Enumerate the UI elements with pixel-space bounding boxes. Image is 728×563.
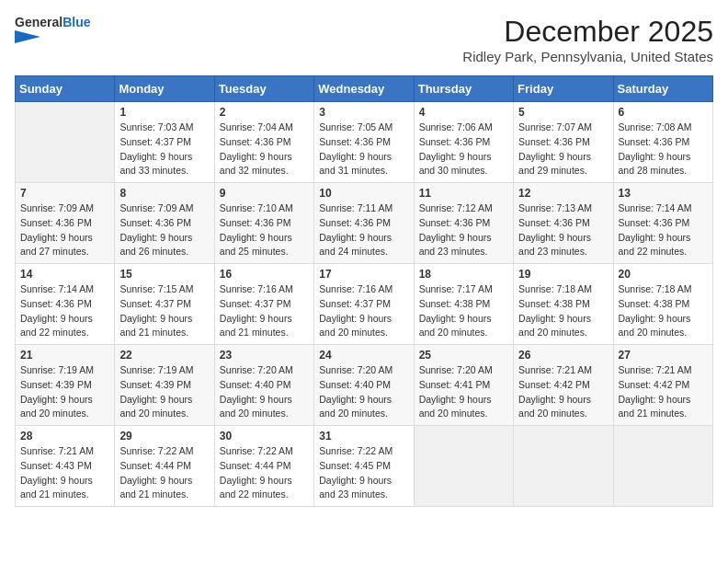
calendar-cell: 9Sunrise: 7:10 AM Sunset: 4:36 PM Daylig… <box>214 183 313 264</box>
day-number: 17 <box>319 268 408 281</box>
calendar-cell: 17Sunrise: 7:16 AM Sunset: 4:37 PM Dayli… <box>314 264 414 345</box>
calendar-table: SundayMondayTuesdayWednesdayThursdayFrid… <box>15 75 713 507</box>
calendar-header-row: SundayMondayTuesdayWednesdayThursdayFrid… <box>16 76 713 102</box>
day-info: Sunrise: 7:09 AM Sunset: 4:36 PM Dayligh… <box>20 201 109 259</box>
day-number: 6 <box>619 106 708 119</box>
day-number: 2 <box>220 106 309 119</box>
day-info: Sunrise: 7:22 AM Sunset: 4:44 PM Dayligh… <box>119 444 209 502</box>
calendar-cell: 18Sunrise: 7:17 AM Sunset: 4:38 PM Dayli… <box>414 264 513 345</box>
day-info: Sunrise: 7:16 AM Sunset: 4:37 PM Dayligh… <box>220 282 309 340</box>
day-info: Sunrise: 7:18 AM Sunset: 4:38 PM Dayligh… <box>518 282 608 340</box>
day-number: 31 <box>319 430 408 442</box>
calendar-cell: 28Sunrise: 7:21 AM Sunset: 4:43 PM Dayli… <box>16 426 115 507</box>
day-info: Sunrise: 7:04 AM Sunset: 4:36 PM Dayligh… <box>220 121 309 178</box>
calendar-cell <box>613 426 712 507</box>
day-info: Sunrise: 7:09 AM Sunset: 4:36 PM Dayligh… <box>119 201 209 259</box>
day-info: Sunrise: 7:08 AM Sunset: 4:36 PM Dayligh… <box>619 121 708 178</box>
day-number: 16 <box>220 268 309 281</box>
calendar-cell: 31Sunrise: 7:22 AM Sunset: 4:45 PM Dayli… <box>314 426 414 507</box>
day-info: Sunrise: 7:17 AM Sunset: 4:38 PM Dayligh… <box>419 282 508 340</box>
logo: GeneralBlue <box>15 15 90 43</box>
calendar-cell: 1Sunrise: 7:03 AM Sunset: 4:37 PM Daylig… <box>115 102 214 183</box>
day-number: 20 <box>619 268 708 281</box>
calendar-cell: 26Sunrise: 7:21 AM Sunset: 4:42 PM Dayli… <box>514 345 613 426</box>
title-section: December 2025 Ridley Park, Pennsylvania,… <box>462 15 713 64</box>
page-header: GeneralBlue December 2025 Ridley Park, P… <box>15 15 713 64</box>
calendar-cell: 11Sunrise: 7:12 AM Sunset: 4:36 PM Dayli… <box>414 183 513 264</box>
day-number: 5 <box>518 106 608 119</box>
day-info: Sunrise: 7:20 AM Sunset: 4:41 PM Dayligh… <box>419 363 508 421</box>
day-info: Sunrise: 7:19 AM Sunset: 4:39 PM Dayligh… <box>20 363 109 421</box>
day-info: Sunrise: 7:15 AM Sunset: 4:37 PM Dayligh… <box>119 282 209 340</box>
calendar-cell: 24Sunrise: 7:20 AM Sunset: 4:40 PM Dayli… <box>314 345 414 426</box>
day-info: Sunrise: 7:21 AM Sunset: 4:42 PM Dayligh… <box>518 363 608 421</box>
day-number: 11 <box>419 187 508 200</box>
calendar-week-4: 21Sunrise: 7:19 AM Sunset: 4:39 PM Dayli… <box>16 345 713 426</box>
day-number: 27 <box>619 349 708 362</box>
day-number: 8 <box>119 187 209 200</box>
day-number: 1 <box>119 106 209 119</box>
calendar-cell: 3Sunrise: 7:05 AM Sunset: 4:36 PM Daylig… <box>314 102 414 183</box>
logo-general: General <box>15 15 63 29</box>
day-number: 9 <box>220 187 309 200</box>
day-number: 21 <box>20 349 109 362</box>
logo-icon <box>15 30 50 43</box>
day-number: 25 <box>419 349 508 362</box>
calendar-cell: 25Sunrise: 7:20 AM Sunset: 4:41 PM Dayli… <box>414 345 513 426</box>
day-number: 28 <box>20 430 109 442</box>
calendar-cell: 13Sunrise: 7:14 AM Sunset: 4:36 PM Dayli… <box>613 183 712 264</box>
calendar-cell: 29Sunrise: 7:22 AM Sunset: 4:44 PM Dayli… <box>115 426 214 507</box>
day-info: Sunrise: 7:14 AM Sunset: 4:36 PM Dayligh… <box>619 201 708 259</box>
calendar-cell: 10Sunrise: 7:11 AM Sunset: 4:36 PM Dayli… <box>314 183 414 264</box>
calendar-cell: 19Sunrise: 7:18 AM Sunset: 4:38 PM Dayli… <box>514 264 613 345</box>
day-header-friday: Friday <box>514 76 613 102</box>
calendar-cell: 14Sunrise: 7:14 AM Sunset: 4:36 PM Dayli… <box>16 264 115 345</box>
day-info: Sunrise: 7:18 AM Sunset: 4:38 PM Dayligh… <box>619 282 708 340</box>
day-info: Sunrise: 7:20 AM Sunset: 4:40 PM Dayligh… <box>220 363 309 421</box>
calendar-cell: 7Sunrise: 7:09 AM Sunset: 4:36 PM Daylig… <box>16 183 115 264</box>
day-number: 29 <box>119 430 209 442</box>
day-number: 7 <box>20 187 109 200</box>
day-info: Sunrise: 7:11 AM Sunset: 4:36 PM Dayligh… <box>319 201 408 259</box>
day-info: Sunrise: 7:07 AM Sunset: 4:36 PM Dayligh… <box>518 121 608 178</box>
calendar-week-1: 1Sunrise: 7:03 AM Sunset: 4:37 PM Daylig… <box>16 102 713 183</box>
calendar-cell: 30Sunrise: 7:22 AM Sunset: 4:44 PM Dayli… <box>214 426 313 507</box>
calendar-cell: 22Sunrise: 7:19 AM Sunset: 4:39 PM Dayli… <box>115 345 214 426</box>
calendar-week-3: 14Sunrise: 7:14 AM Sunset: 4:36 PM Dayli… <box>16 264 713 345</box>
calendar-cell: 8Sunrise: 7:09 AM Sunset: 4:36 PM Daylig… <box>115 183 214 264</box>
day-info: Sunrise: 7:22 AM Sunset: 4:45 PM Dayligh… <box>319 444 408 502</box>
calendar-week-2: 7Sunrise: 7:09 AM Sunset: 4:36 PM Daylig… <box>16 183 713 264</box>
day-number: 30 <box>220 430 309 442</box>
day-info: Sunrise: 7:21 AM Sunset: 4:42 PM Dayligh… <box>619 363 708 421</box>
calendar-cell: 5Sunrise: 7:07 AM Sunset: 4:36 PM Daylig… <box>514 102 613 183</box>
calendar-cell: 4Sunrise: 7:06 AM Sunset: 4:36 PM Daylig… <box>414 102 513 183</box>
day-header-tuesday: Tuesday <box>214 76 313 102</box>
day-header-saturday: Saturday <box>613 76 712 102</box>
day-header-wednesday: Wednesday <box>314 76 414 102</box>
calendar-cell: 16Sunrise: 7:16 AM Sunset: 4:37 PM Dayli… <box>214 264 313 345</box>
day-info: Sunrise: 7:13 AM Sunset: 4:36 PM Dayligh… <box>518 201 608 259</box>
day-number: 12 <box>518 187 608 200</box>
calendar-cell <box>414 426 513 507</box>
month-title: December 2025 <box>462 15 713 49</box>
day-number: 18 <box>419 268 508 281</box>
day-number: 26 <box>518 349 608 362</box>
svg-marker-0 <box>15 30 40 43</box>
day-number: 24 <box>319 349 408 362</box>
day-info: Sunrise: 7:19 AM Sunset: 4:39 PM Dayligh… <box>119 363 209 421</box>
calendar-cell: 12Sunrise: 7:13 AM Sunset: 4:36 PM Dayli… <box>514 183 613 264</box>
day-info: Sunrise: 7:14 AM Sunset: 4:36 PM Dayligh… <box>20 282 109 340</box>
calendar-week-5: 28Sunrise: 7:21 AM Sunset: 4:43 PM Dayli… <box>16 426 713 507</box>
calendar-cell <box>16 102 115 183</box>
day-info: Sunrise: 7:16 AM Sunset: 4:37 PM Dayligh… <box>319 282 408 340</box>
day-number: 3 <box>319 106 408 119</box>
logo-blue: Blue <box>63 15 90 29</box>
day-number: 10 <box>319 187 408 200</box>
day-header-sunday: Sunday <box>16 76 115 102</box>
day-info: Sunrise: 7:21 AM Sunset: 4:43 PM Dayligh… <box>20 444 109 502</box>
day-info: Sunrise: 7:12 AM Sunset: 4:36 PM Dayligh… <box>419 201 508 259</box>
calendar-cell: 2Sunrise: 7:04 AM Sunset: 4:36 PM Daylig… <box>214 102 313 183</box>
day-info: Sunrise: 7:22 AM Sunset: 4:44 PM Dayligh… <box>220 444 309 502</box>
day-number: 22 <box>119 349 209 362</box>
calendar-cell <box>514 426 613 507</box>
